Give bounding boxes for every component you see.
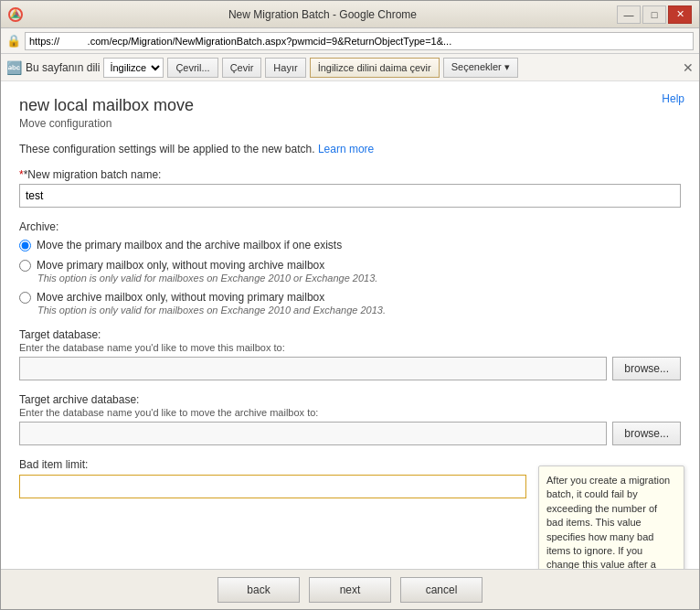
- radio-primary-only-note: This option is only valid for mailboxes …: [37, 273, 681, 284]
- cancel-button[interactable]: cancel: [400, 577, 483, 603]
- page-title: new local mailbox move: [19, 96, 681, 115]
- archive-label: Archive:: [19, 220, 681, 233]
- target-archive-group: Target archive database: Enter the datab…: [19, 393, 681, 445]
- window-controls: — □ ✕: [617, 5, 692, 24]
- translate-dots-button[interactable]: Çevril...: [167, 58, 217, 78]
- bad-item-input[interactable]: [19, 475, 526, 498]
- target-archive-input[interactable]: [19, 422, 607, 445]
- radio-archive-only[interactable]: [19, 292, 31, 304]
- radio-primary-and-archive[interactable]: [19, 240, 31, 251]
- target-db-input[interactable]: [19, 357, 607, 380]
- radio-option-2: Move primary mailbox only, without movin…: [19, 259, 681, 284]
- translate-bar: 🔤 Bu sayfanın dili İngilizce Çevril... Ç…: [1, 54, 699, 81]
- batch-name-input[interactable]: [19, 184, 681, 208]
- window: New Migration Batch - Google Chrome — □ …: [0, 0, 700, 610]
- target-db-group: Target database: Enter the database name…: [19, 328, 681, 380]
- content-area: Help new local mailbox move Move configu…: [1, 81, 699, 569]
- target-db-input-row: browse...: [19, 357, 681, 380]
- title-bar: New Migration Batch - Google Chrome — □ …: [1, 1, 699, 28]
- language-select[interactable]: İngilizce: [103, 58, 164, 78]
- tooltip-box: After you create a migration batch, it c…: [538, 466, 684, 569]
- radio-archive-only-label: Move archive mailbox only, without movin…: [37, 291, 324, 304]
- footer: back next cancel: [1, 569, 699, 609]
- radio-option-1: Move the primary mailbox and the archive…: [19, 239, 681, 251]
- close-button[interactable]: ✕: [668, 5, 692, 24]
- target-archive-input-row: browse...: [19, 422, 681, 445]
- address-bar: 🔒: [1, 28, 699, 54]
- chrome-icon: [8, 7, 23, 22]
- no-button[interactable]: Hayır: [265, 58, 305, 78]
- radio-primary-only-label: Move primary mailbox only, without movin…: [37, 259, 324, 272]
- back-button[interactable]: back: [217, 577, 300, 603]
- radio-option-3: Move archive mailbox only, without movin…: [19, 291, 681, 316]
- maximize-button[interactable]: □: [642, 5, 666, 24]
- tooltip-text: After you create a migration batch, it c…: [546, 475, 675, 569]
- info-text: These configuration settings will be app…: [19, 143, 681, 155]
- translate-icon: 🔤: [6, 60, 22, 75]
- learn-more-link[interactable]: Learn more: [318, 143, 374, 155]
- options-button[interactable]: Seçenekler ▾: [443, 58, 518, 78]
- address-input[interactable]: [25, 32, 694, 50]
- archive-radio-group: Move the primary mailbox and the archive…: [19, 239, 681, 316]
- minimize-button[interactable]: —: [617, 5, 641, 24]
- target-archive-label: Target archive database:: [19, 393, 681, 406]
- lock-icon: 🔒: [6, 34, 21, 48]
- help-link[interactable]: Help: [662, 92, 684, 105]
- target-db-label: Target database:: [19, 328, 681, 341]
- radio-primary-only[interactable]: [19, 260, 31, 272]
- target-archive-sublabel: Enter the database name you'd like to mo…: [19, 407, 681, 418]
- browse-archive-button[interactable]: browse...: [612, 422, 681, 445]
- target-db-sublabel: Enter the database name you'd like to mo…: [19, 342, 681, 353]
- radio-primary-and-archive-label: Move the primary mailbox and the archive…: [37, 239, 342, 251]
- browse-db-button[interactable]: browse...: [612, 357, 681, 380]
- window-title: New Migration Batch - Google Chrome: [28, 8, 617, 21]
- always-translate-button[interactable]: İngilizce dilini daima çevir: [310, 58, 440, 78]
- next-button[interactable]: next: [309, 577, 391, 603]
- batch-name-label: *New migration batch name:: [19, 168, 681, 181]
- translate-button[interactable]: Çevir: [222, 58, 262, 78]
- translate-close-button[interactable]: ✕: [683, 60, 694, 75]
- translate-label: Bu sayfanın dili: [26, 61, 100, 74]
- page-subtitle: Move configuration: [19, 117, 681, 130]
- radio-archive-only-note: This option is only valid for mailboxes …: [37, 305, 681, 316]
